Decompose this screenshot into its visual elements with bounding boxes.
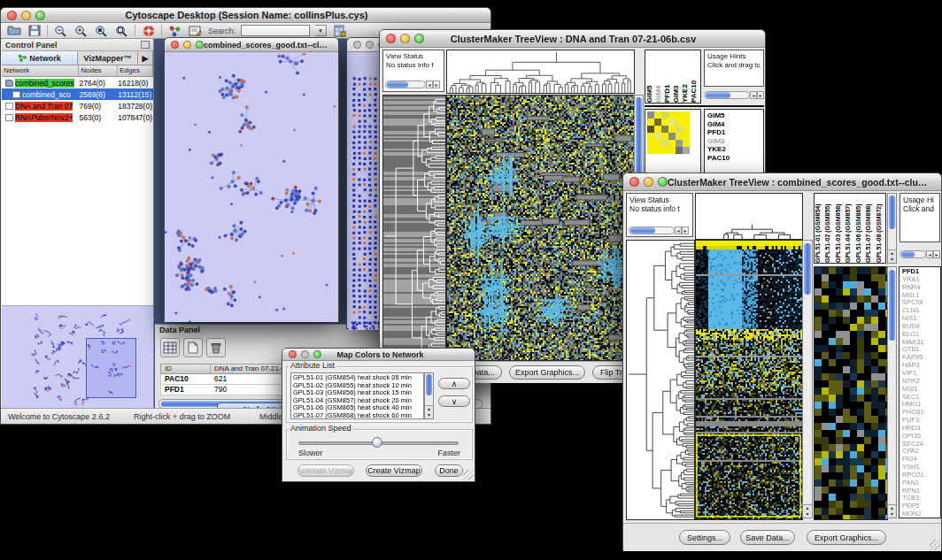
export-graphics-button[interactable]: Export Graphics... [807, 530, 886, 545]
row-id: PAC10 [161, 374, 211, 384]
close-button[interactable] [7, 11, 17, 20]
network-table-row[interactable]: RNAPuberNov2+563(0)107847(0) [2, 111, 153, 123]
file-icon [12, 91, 20, 98]
treeview2-status-scrollbar[interactable]: ◂▸ [629, 226, 689, 234]
view-status-text: No status info t [629, 204, 692, 213]
minimize-button[interactable] [366, 41, 374, 49]
help-lifering-icon[interactable] [141, 24, 156, 37]
import-table-icon[interactable] [332, 24, 347, 37]
zoom-button[interactable] [313, 350, 321, 358]
treeview2-row-dendrogram[interactable] [626, 240, 695, 520]
edge-count: 13112(15) [118, 90, 153, 99]
select-attributes-icon[interactable] [160, 338, 180, 357]
tab-network[interactable]: Network [2, 51, 78, 65]
zoom-button[interactable] [35, 11, 45, 20]
network-table-header[interactable]: NetworkNodesEdges [2, 65, 153, 77]
matrix-cell [683, 147, 690, 154]
network-table-row[interactable]: DNA and Tran 07769(0)183728(0) [2, 100, 153, 111]
cluster-matrix[interactable] [647, 111, 690, 154]
search-input[interactable] [241, 25, 310, 36]
treeview1-status-scrollbar[interactable]: ◂▸ [385, 80, 440, 88]
minimize-button[interactable] [301, 350, 309, 358]
usage-hints-title: Usage Hi [903, 196, 939, 204]
network-table-row[interactable]: combined_sco2569(6)13112(15) [2, 88, 153, 100]
move-down-button[interactable]: ∨ [438, 395, 470, 407]
treeview2-global-heatmap[interactable] [695, 240, 803, 520]
close-button[interactable] [353, 41, 361, 49]
float-panel-icon[interactable] [141, 41, 150, 49]
zoom-button[interactable] [196, 41, 204, 49]
zoom-out-icon[interactable] [53, 24, 68, 37]
resize-grip[interactable] [930, 540, 940, 550]
usage-hints-title: Usage Hints [707, 52, 763, 61]
close-button[interactable] [289, 350, 297, 358]
new-attribute-icon[interactable] [183, 338, 203, 357]
column-header[interactable]: ID [161, 364, 211, 373]
treeview2-titlebar[interactable]: ClusterMaker TreeView : combined_scores_… [623, 173, 941, 191]
done-button[interactable]: Done [435, 464, 463, 477]
treeview2-zoom-heatmap[interactable] [814, 266, 888, 520]
birds-eye-view[interactable] [2, 306, 152, 408]
tab-vizmapper[interactable]: VizMapper™ [78, 51, 138, 65]
minimize-button[interactable] [21, 11, 31, 20]
network1-canvas[interactable] [165, 53, 338, 322]
treeview2-collabel-scrollbar[interactable]: ▴▾ [887, 193, 897, 264]
create-vizmap-button[interactable]: Create Vizmap [366, 464, 422, 477]
matrix-cell [683, 119, 690, 126]
animate-vizmap-button[interactable]: Animate Vizmap [297, 464, 354, 477]
attribute-list-scrollbar[interactable]: ▴▾ [424, 372, 434, 419]
minimize-button[interactable] [644, 177, 653, 187]
close-button[interactable] [386, 34, 396, 43]
new-nodes-icon[interactable] [167, 24, 182, 37]
column-header[interactable]: Network [2, 65, 79, 76]
treeview2-column-dendrogram[interactable] [695, 193, 803, 240]
treeview1-usage-scrollbar[interactable]: ◂▸ [704, 90, 764, 99]
export-graphics-button[interactable]: Export Graphics... [509, 365, 585, 380]
zoom-button[interactable] [414, 34, 424, 43]
main-titlebar[interactable]: Cytoscape Desktop (Session Name: collins… [1, 8, 490, 23]
close-button[interactable] [171, 41, 179, 49]
save-icon[interactable] [27, 24, 42, 37]
settings-button[interactable]: Settings... [679, 530, 730, 545]
treeview1-row-dendrogram[interactable] [382, 95, 446, 361]
resize-grip[interactable] [463, 470, 474, 480]
zoom-in-icon[interactable] [73, 24, 89, 37]
treeview1-column-dendrogram[interactable] [446, 50, 635, 94]
network1-titlebar[interactable]: combined_scores_good.txt--cluste... [165, 38, 338, 52]
matrix-cell [668, 111, 676, 119]
annotation-icon[interactable] [188, 24, 203, 37]
treeview1-heatmap[interactable] [446, 95, 635, 361]
status-hint-zoom: Right-click + drag to ZOOM [134, 412, 230, 421]
delete-attribute-icon[interactable] [206, 338, 226, 357]
zoom-selected-icon[interactable] [94, 24, 109, 37]
treeview2-zoom-scrollbar[interactable]: ▴▾ [887, 266, 897, 518]
slider-thumb[interactable] [372, 437, 382, 448]
attribute-list-item[interactable]: GPL51-07 (GSM868) heat shock 60 min [293, 412, 423, 419]
matrix-cell [661, 133, 668, 140]
treeview2-usage-scrollbar[interactable]: ◂▸ [900, 249, 940, 258]
node-count: 2764(0) [80, 79, 119, 88]
save-data-button[interactable]: Save Data... [740, 530, 795, 545]
zoom-button[interactable] [658, 177, 668, 187]
network-table-row[interactable]: combined_scores2764(0)16218(0) [2, 77, 153, 88]
minimize-button[interactable] [183, 41, 191, 49]
tab-overflow-button[interactable]: ▶ [138, 51, 153, 65]
move-up-button[interactable]: ∧ [438, 378, 470, 389]
network-tree-area[interactable] [2, 123, 153, 306]
matrix-cell [668, 126, 676, 133]
zoom-fit-icon[interactable] [114, 24, 129, 37]
dialog-titlebar[interactable]: Map Colors to Network [282, 349, 475, 361]
column-header[interactable]: Nodes [79, 65, 118, 76]
column-label: GPL51-08 (GSM872) [876, 194, 885, 263]
matrix-cell [676, 111, 683, 119]
open-file-icon[interactable] [6, 24, 21, 37]
gene-label: GIM3 [707, 137, 763, 146]
search-dropdown-icon[interactable]: ▼ [315, 25, 327, 36]
file-icon [5, 103, 13, 110]
treeview2-vscrollbar[interactable]: ▴▾ [802, 240, 813, 518]
edge-count: 107847(0) [118, 113, 153, 122]
close-button[interactable] [629, 177, 639, 187]
minimize-button[interactable] [400, 34, 410, 43]
column-header[interactable]: Edges [118, 65, 153, 76]
treeview1-titlebar[interactable]: ClusterMaker TreeView : DNA and Tran 07-… [380, 30, 765, 48]
